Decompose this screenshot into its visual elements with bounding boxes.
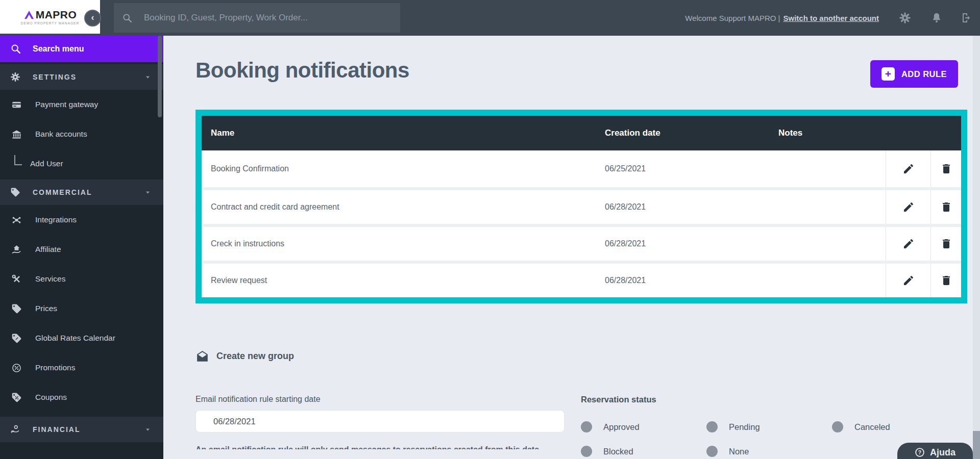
sidebar-item-label: Add User <box>30 159 63 168</box>
sidebar-item-payment-gateway[interactable]: Payment gateway <box>0 90 163 119</box>
add-rule-button[interactable]: + ADD RULE <box>870 60 958 88</box>
trash-icon <box>940 238 952 250</box>
rule-name: Booking Confirmation <box>202 164 605 173</box>
sidebar-item-affiliate[interactable]: Affiliate <box>0 235 163 264</box>
sidebar-item-label: Promotions <box>35 363 75 372</box>
sidebar-item-label: Global Rates Calendar <box>35 334 115 343</box>
sidebar-item-search-menu[interactable]: Search menu <box>0 36 163 62</box>
brand-name: MAPRO <box>36 9 77 21</box>
edit-rule-button[interactable] <box>886 190 930 224</box>
status-label: Pending <box>729 422 760 432</box>
create-new-group-section: Create new group <box>195 349 967 363</box>
hand-money-icon <box>10 424 20 435</box>
delete-rule-button[interactable] <box>930 227 961 261</box>
sidebar-section-settings[interactable]: SETTINGS <box>0 64 163 90</box>
column-header-name: Name <box>202 128 605 138</box>
reservation-status-label: Reservation status <box>581 395 958 404</box>
sidebar-item-integrations[interactable]: Integrations <box>0 205 163 235</box>
sidebar-scrollbar-thumb[interactable] <box>158 36 162 117</box>
helper-text-clipped: An email notification rule will only sen… <box>195 445 565 449</box>
status-option-blocked[interactable]: Blocked <box>581 440 706 459</box>
rule-starting-date-input[interactable] <box>195 410 565 432</box>
radio-icon[interactable] <box>581 421 592 432</box>
delete-rule-button[interactable] <box>930 264 961 297</box>
tag-icon <box>11 303 22 314</box>
pencil-icon <box>902 274 915 287</box>
table-row: Creck in instructions 06/28/2021 <box>202 224 961 261</box>
sidebar-section-label: COMMERCIAL <box>33 188 92 196</box>
status-label: Canceled <box>854 422 890 432</box>
status-option-none[interactable]: None <box>706 440 832 459</box>
sidebar-item-bank-accounts[interactable]: Bank accounts <box>0 119 163 149</box>
trash-icon <box>940 274 952 287</box>
sidebar-item-promotions[interactable]: Promotions <box>0 353 163 382</box>
edit-rule-button[interactable] <box>886 150 930 187</box>
global-search-input[interactable]: Booking ID, Guest, Property, Work Order.… <box>114 3 400 33</box>
settings-gear-icon[interactable] <box>899 12 911 24</box>
create-new-group-label: Create new group <box>216 351 294 362</box>
table-row: Booking Confirmation 06/25/2021 <box>202 150 961 187</box>
page-scrollbar-thumb[interactable] <box>973 431 980 459</box>
search-icon <box>122 13 133 23</box>
help-label: Ajuda <box>930 447 955 457</box>
trash-icon <box>940 201 952 213</box>
envelope-open-icon <box>195 349 209 363</box>
sidebar-item-prices[interactable]: Prices <box>0 294 163 323</box>
notifications-bell-icon[interactable] <box>930 12 943 24</box>
delete-rule-button[interactable] <box>930 150 961 187</box>
percent-circle-icon <box>11 363 22 373</box>
sidebar-section-commercial[interactable]: COMMERCIAL <box>0 180 163 205</box>
table-header-row: Name Creation date Notes <box>202 116 961 150</box>
pencil-icon <box>902 201 915 213</box>
trash-icon <box>940 163 952 175</box>
logout-icon[interactable] <box>960 12 972 24</box>
edit-rule-button[interactable] <box>886 264 930 297</box>
plus-icon: + <box>881 67 895 81</box>
sidebar-collapse-button[interactable]: ‹ <box>84 10 101 27</box>
main-content: Booking notifications + ADD RULE Name Cr… <box>163 36 980 459</box>
radio-icon[interactable] <box>706 446 718 457</box>
radio-icon[interactable] <box>706 421 718 432</box>
sidebar-item-coupons[interactable]: Coupons <box>0 382 163 412</box>
brand-tagline: DEMO PROPERTY MANAGER <box>21 21 80 25</box>
bank-icon <box>11 129 22 140</box>
status-option-canceled[interactable]: Canceled <box>832 416 958 438</box>
question-circle-icon: ? <box>915 447 925 457</box>
sidebar-item-add-user[interactable]: Add User <box>0 149 163 178</box>
logo-chevron-icon <box>23 10 35 19</box>
sidebar-item-global-rates-calendar[interactable]: Global Rates Calendar <box>0 323 163 353</box>
sidebar-item-services[interactable]: Services <box>0 264 163 294</box>
switch-account-link[interactable]: Switch to another account <box>783 14 879 22</box>
chevron-down-icon <box>144 426 151 433</box>
sidebar-item-label: Bank accounts <box>35 130 87 139</box>
tools-icon <box>11 274 22 285</box>
page-scrollbar[interactable] <box>973 36 980 459</box>
chevron-down-icon <box>144 189 151 196</box>
chevron-left-icon: ‹ <box>91 12 94 23</box>
sidebar-item-label: Prices <box>35 304 57 313</box>
sidebar-section-label: SETTINGS <box>33 73 77 81</box>
date-field-label: Email notification rule starting date <box>195 395 565 404</box>
sidebar-item-label: Integrations <box>35 215 77 224</box>
delete-rule-button[interactable] <box>930 190 961 224</box>
status-option-pending[interactable]: Pending <box>706 416 832 438</box>
add-rule-label: ADD RULE <box>901 69 947 79</box>
edit-rule-button[interactable] <box>886 227 930 261</box>
help-button[interactable]: ? Ajuda <box>897 443 973 459</box>
sidebar-section-financial[interactable]: FINANCIAL <box>0 417 163 442</box>
chevron-down-icon <box>144 74 151 81</box>
sidebar-item-label: Coupons <box>35 393 67 402</box>
search-placeholder: Booking ID, Guest, Property, Work Order.… <box>144 13 308 23</box>
rule-name: Contract and credit card agreement <box>202 202 605 212</box>
tree-elbow-icon <box>14 155 22 165</box>
radio-icon[interactable] <box>832 421 843 432</box>
search-icon <box>10 43 21 55</box>
column-header-notes: Notes <box>778 128 886 138</box>
rule-creation-date: 06/28/2021 <box>605 276 778 285</box>
sidebar-item-label: Payment gateway <box>35 100 98 109</box>
status-option-approved[interactable]: Approved <box>581 416 706 438</box>
status-label: None <box>729 447 749 456</box>
table-row: Contract and credit card agreement 06/28… <box>202 187 961 224</box>
column-header-creation-date: Creation date <box>605 128 778 138</box>
radio-icon[interactable] <box>581 446 592 457</box>
